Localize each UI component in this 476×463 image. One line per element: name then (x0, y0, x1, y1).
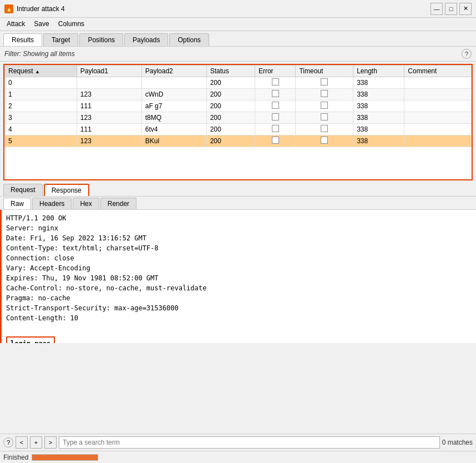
nav-prev-button[interactable]: < (16, 436, 28, 449)
error-checkbox[interactable] (272, 78, 279, 85)
cell-status: 200 (206, 112, 255, 124)
status-bar: Finished (0, 451, 476, 463)
response-line: HTTP/1.1 200 OK (6, 213, 472, 223)
col-status[interactable]: Status (206, 66, 255, 77)
title-bar-controls: — □ ✕ (431, 3, 472, 15)
tab-target[interactable]: Target (43, 33, 78, 46)
main-tab-bar: Results Target Positions Payloads Option… (0, 31, 476, 47)
cell-status: 200 (206, 124, 255, 135)
status-progress-bar (32, 454, 98, 461)
matches-label: 0 matches (442, 439, 473, 446)
bottom-search-bar: ? < + > 0 matches (0, 434, 476, 451)
close-button[interactable]: ✕ (459, 3, 472, 15)
login-pass-highlight: login-pass (6, 336, 55, 343)
filter-text: Filter: Showing all items (4, 50, 75, 58)
results-table: Request ▲ Payload1 Payload2 Status Error… (4, 65, 472, 147)
menu-save[interactable]: Save (29, 19, 53, 29)
error-checkbox[interactable] (272, 113, 279, 120)
table-row[interactable]: 1 123 cWnD 200 338 (5, 89, 472, 100)
tab-results[interactable]: Results (3, 33, 42, 46)
tab-payloads[interactable]: Payloads (124, 33, 168, 46)
timeout-checkbox[interactable] (321, 113, 328, 120)
sub-tab-hex[interactable]: Hex (73, 198, 99, 209)
menu-attack[interactable]: Attack (2, 19, 29, 29)
window-title: Intruder attack 4 (17, 5, 65, 13)
tab-request[interactable]: Request (3, 184, 43, 196)
cell-payload1: 123 (77, 135, 141, 147)
cell-request: 5 (5, 135, 77, 147)
sub-tab-raw[interactable]: Raw (3, 198, 31, 209)
col-timeout[interactable]: Timeout (296, 66, 353, 77)
timeout-checkbox[interactable] (321, 137, 328, 144)
search-help-button[interactable]: ? (3, 437, 13, 447)
table-row[interactable]: 2 111 aF g7 200 338 (5, 100, 472, 112)
title-bar: 🔥 Intruder attack 4 — □ ✕ (0, 0, 476, 18)
cell-error (255, 100, 296, 112)
title-bar-left: 🔥 Intruder attack 4 (4, 4, 65, 13)
response-line: Strict-Transport-Security: max-age=31536… (6, 303, 472, 313)
col-payload1[interactable]: Payload1 (77, 66, 141, 77)
table-row[interactable]: 0 200 338 (5, 77, 472, 89)
cell-timeout (296, 100, 353, 112)
cell-comment (404, 89, 472, 100)
cell-error (255, 112, 296, 124)
col-length[interactable]: Length (353, 66, 404, 77)
cell-status: 200 (206, 89, 255, 100)
col-payload2[interactable]: Payload2 (141, 66, 206, 77)
cell-payload1 (77, 77, 141, 89)
response-line: Expires: Thu, 19 Nov 1981 08:52:00 GMT (6, 273, 472, 283)
error-checkbox[interactable] (272, 137, 279, 144)
cell-payload2 (141, 77, 206, 89)
cell-request: 1 (5, 89, 77, 100)
timeout-checkbox[interactable] (321, 102, 328, 109)
status-progress-fill (32, 455, 98, 460)
app-icon: 🔥 (4, 4, 13, 13)
col-request[interactable]: Request ▲ (5, 66, 77, 77)
cell-status: 200 (206, 135, 255, 147)
cell-payload2: t8MQ (141, 112, 206, 124)
search-input[interactable] (59, 436, 440, 449)
cell-error (255, 89, 296, 100)
sub-tab-render[interactable]: Render (100, 198, 136, 209)
minimize-button[interactable]: — (431, 3, 443, 15)
filter-bar: Filter: Showing all items ? (0, 47, 476, 62)
table-row[interactable]: 3 123 t8MQ 200 338 (5, 112, 472, 124)
error-checkbox[interactable] (272, 102, 279, 109)
cell-length: 338 (353, 135, 404, 147)
menu-columns[interactable]: Columns (54, 19, 89, 29)
nav-next-button-plus[interactable]: + (30, 436, 42, 449)
tab-positions[interactable]: Positions (79, 33, 123, 46)
error-checkbox[interactable] (272, 90, 279, 97)
menu-bar: Attack Save Columns (0, 18, 476, 31)
cell-timeout (296, 124, 353, 135)
response-line: Vary: Accept-Encoding (6, 263, 472, 273)
nav-next-button[interactable]: > (44, 436, 57, 449)
table-row[interactable]: 5 123 BKul 200 338 (5, 135, 472, 147)
filter-help-button[interactable]: ? (462, 49, 472, 59)
sub-tab-headers[interactable]: Headers (32, 198, 72, 209)
error-checkbox[interactable] (272, 125, 279, 132)
cell-timeout (296, 135, 353, 147)
cell-length: 338 (353, 100, 404, 112)
cell-status: 200 (206, 77, 255, 89)
table-row[interactable]: 4 111 6tv4 200 338 (5, 124, 472, 135)
maximize-button[interactable]: □ (445, 3, 457, 15)
cell-payload1: 111 (77, 124, 141, 135)
tab-response[interactable]: Response (44, 184, 89, 196)
cell-payload2: BKul (141, 135, 206, 147)
cell-length: 338 (353, 89, 404, 100)
cell-request: 3 (5, 112, 77, 124)
response-body: HTTP/1.1 200 OKServer: nginxDate: Fri, 1… (0, 210, 476, 343)
col-error[interactable]: Error (255, 66, 296, 77)
cell-request: 2 (5, 100, 77, 112)
cell-comment (404, 135, 472, 147)
cell-length: 338 (353, 124, 404, 135)
tab-options[interactable]: Options (169, 33, 209, 46)
timeout-checkbox[interactable] (321, 90, 328, 97)
sub-tab-bar: Raw Headers Hex Render (0, 197, 476, 210)
col-comment[interactable]: Comment (404, 66, 472, 77)
lower-section: Request Response Raw Headers Hex Render … (0, 183, 476, 343)
timeout-checkbox[interactable] (321, 78, 328, 85)
cell-timeout (296, 89, 353, 100)
timeout-checkbox[interactable] (321, 125, 328, 132)
